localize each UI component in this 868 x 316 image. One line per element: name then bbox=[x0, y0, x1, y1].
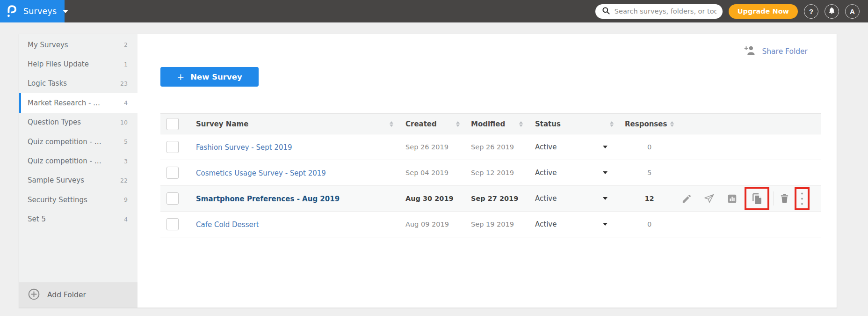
row-checkbox[interactable] bbox=[166, 167, 179, 179]
sidebar-item-market-research[interactable]: Market Research - … 4 bbox=[19, 93, 137, 112]
col-header-created: Created bbox=[405, 120, 437, 128]
chevron-down-icon bbox=[63, 10, 68, 13]
modified-date: Sep 19 2019 bbox=[467, 220, 531, 228]
folder-count: 10 bbox=[120, 119, 128, 126]
survey-name-link[interactable]: Cafe Cold Dessert bbox=[196, 220, 259, 229]
status-dropdown[interactable]: Active bbox=[531, 220, 620, 228]
status-dropdown[interactable]: Active bbox=[531, 143, 620, 151]
search-bar[interactable] bbox=[595, 4, 723, 19]
new-survey-button[interactable]: + New Survey bbox=[160, 67, 259, 87]
search-input[interactable] bbox=[615, 7, 716, 15]
table-row: Cosmetics Usage Survey - Sept 2019 Sep 0… bbox=[160, 160, 821, 186]
folder-count: 1 bbox=[124, 61, 128, 68]
topbar: Surveys Upgrade Now ? A bbox=[0, 0, 868, 22]
sidebar-item-my-surveys[interactable]: My Surveys 2 bbox=[19, 35, 137, 54]
sort-icon[interactable] bbox=[519, 121, 523, 127]
annotation-box-more bbox=[795, 187, 810, 210]
chevron-down-icon bbox=[603, 197, 608, 200]
sidebar-item-quiz-competition-1[interactable]: Quiz competition - … 5 bbox=[19, 132, 137, 151]
copy-icon[interactable] bbox=[751, 192, 763, 205]
edit-icon[interactable] bbox=[681, 193, 692, 204]
row-checkbox[interactable] bbox=[166, 192, 179, 205]
plus-icon: + bbox=[177, 72, 184, 82]
table-row: Fashion Survey - Sept 2019 Sep 26 2019 S… bbox=[160, 134, 821, 160]
folder-count: 4 bbox=[124, 216, 128, 223]
status-dropdown[interactable]: Active bbox=[531, 194, 620, 203]
row-actions bbox=[665, 187, 821, 210]
delete-icon[interactable] bbox=[779, 193, 790, 204]
sort-icon[interactable] bbox=[670, 121, 674, 127]
row-checkbox[interactable] bbox=[166, 218, 179, 230]
folder-count: 3 bbox=[124, 158, 128, 165]
row-checkbox[interactable] bbox=[166, 141, 179, 153]
col-header-status: Status bbox=[535, 120, 561, 128]
sort-icon[interactable] bbox=[456, 121, 460, 127]
help-button[interactable]: ? bbox=[804, 4, 818, 19]
person-add-icon bbox=[744, 45, 756, 57]
select-all-checkbox[interactable] bbox=[166, 118, 179, 130]
annotation-box-copy bbox=[745, 187, 769, 210]
created-date: Sep 04 2019 bbox=[402, 169, 467, 176]
status-dropdown[interactable]: Active bbox=[531, 169, 620, 177]
sidebar-item-security-settings[interactable]: Security Settings 9 bbox=[19, 190, 137, 209]
folder-count: 9 bbox=[124, 196, 128, 203]
modified-date: Sep 26 2019 bbox=[467, 143, 531, 151]
sidebar-item-set-5[interactable]: Set 5 4 bbox=[19, 210, 137, 229]
responses-count: 5 bbox=[620, 169, 665, 176]
chevron-down-icon bbox=[603, 171, 608, 174]
avatar[interactable]: A bbox=[845, 4, 860, 19]
modified-date: Sep 27 2019 bbox=[467, 195, 531, 202]
sidebar-item-quiz-competition-2[interactable]: Quiz competition - … 3 bbox=[19, 151, 137, 170]
responses-count: 12 bbox=[620, 195, 665, 202]
add-folder-button[interactable]: Add Folder bbox=[19, 282, 137, 308]
folder-count: 5 bbox=[124, 138, 128, 145]
created-date: Sep 26 2019 bbox=[402, 143, 467, 151]
sidebar-item-sample-surveys[interactable]: Sample Surveys 22 bbox=[19, 171, 137, 190]
sort-icon[interactable] bbox=[390, 121, 393, 127]
folder-list: My Surveys 2 Help Files Update 1 Logic T… bbox=[19, 34, 137, 229]
proprofs-logo-icon bbox=[6, 4, 18, 18]
folder-count: 22 bbox=[120, 177, 128, 184]
reports-icon[interactable] bbox=[727, 194, 737, 204]
main-panel: Share Folder + New Survey Survey Name Cr… bbox=[137, 34, 837, 308]
chevron-down-icon bbox=[603, 223, 608, 226]
share-folder-link[interactable]: Share Folder bbox=[744, 45, 808, 57]
divider bbox=[774, 191, 774, 206]
sidebar-item-question-types[interactable]: Question Types 10 bbox=[19, 113, 137, 132]
table-row-highlighted: Smartphone Preferences - Aug 2019 Aug 30… bbox=[160, 186, 821, 212]
folder-count: 23 bbox=[120, 80, 128, 87]
topbar-right: Upgrade Now ? A bbox=[595, 4, 868, 19]
col-header-responses: Responses bbox=[625, 120, 667, 128]
col-header-survey-name: Survey Name bbox=[196, 120, 248, 128]
table-header-row: Survey Name Created Modified Status Resp… bbox=[160, 113, 821, 134]
modified-date: Sep 12 2019 bbox=[467, 169, 531, 176]
more-options-icon[interactable] bbox=[800, 191, 804, 206]
app-switcher[interactable]: Surveys bbox=[0, 0, 65, 22]
responses-count: 0 bbox=[620, 220, 665, 228]
plus-circle-icon bbox=[28, 288, 40, 302]
content-card: My Surveys 2 Help Files Update 1 Logic T… bbox=[19, 34, 837, 308]
responses-count: 0 bbox=[620, 143, 665, 151]
search-icon bbox=[601, 6, 610, 17]
folder-count: 4 bbox=[124, 99, 128, 106]
sort-icon[interactable] bbox=[610, 121, 614, 127]
survey-name-link[interactable]: Fashion Survey - Sept 2019 bbox=[196, 143, 292, 152]
upgrade-now-button[interactable]: Upgrade Now bbox=[729, 4, 798, 19]
table-row: Cafe Cold Dessert Aug 09 2019 Sep 19 201… bbox=[160, 212, 821, 237]
send-icon[interactable] bbox=[703, 193, 715, 204]
folders-sidebar: My Surveys 2 Help Files Update 1 Logic T… bbox=[19, 34, 137, 308]
col-header-modified: Modified bbox=[471, 120, 505, 128]
bell-icon bbox=[828, 7, 836, 16]
sidebar-item-help-files-update[interactable]: Help Files Update 1 bbox=[19, 54, 137, 73]
survey-name-link[interactable]: Smartphone Preferences - Aug 2019 bbox=[196, 195, 340, 203]
folder-count: 2 bbox=[124, 41, 128, 48]
chevron-down-icon bbox=[603, 146, 608, 148]
app-name: Surveys bbox=[23, 7, 57, 16]
survey-name-link[interactable]: Cosmetics Usage Survey - Sept 2019 bbox=[196, 169, 326, 177]
notifications-button[interactable] bbox=[825, 4, 839, 19]
created-date: Aug 09 2019 bbox=[402, 220, 467, 228]
created-date: Aug 30 2019 bbox=[402, 195, 467, 202]
sidebar-item-logic-tasks[interactable]: Logic Tasks 23 bbox=[19, 74, 137, 93]
surveys-table: Survey Name Created Modified Status Resp… bbox=[160, 113, 821, 237]
